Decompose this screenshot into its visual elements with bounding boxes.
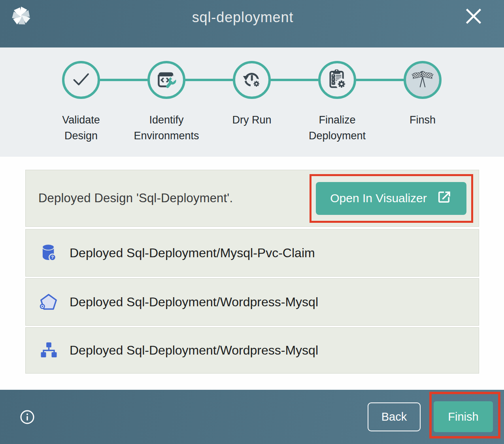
step-label: IdentifyEnvironments (134, 112, 199, 144)
checkered-flags-icon (410, 70, 436, 90)
database-icon: ? (39, 244, 59, 262)
step-validate-design: ValidateDesign (38, 47, 124, 144)
pentagon-icon (39, 292, 59, 312)
step-finish: Finsh (380, 47, 465, 144)
lan-tree-icon (39, 341, 59, 361)
database-question-badge: ? (51, 255, 54, 260)
step-circle-dry-run (233, 61, 271, 99)
code-window-wrench-icon (155, 68, 177, 92)
meshery-logo-icon (11, 6, 31, 26)
close-button[interactable] (465, 8, 482, 25)
step-label: Dry Run (232, 112, 271, 128)
deployment-stepper: ValidateDesign IdentifyEnvironments Dry … (0, 47, 504, 157)
finish-button[interactable]: Finish (434, 401, 493, 432)
dialog-header: sql-deployment (0, 0, 504, 47)
deployed-component-text: Deployed Sql-Deployment/Wordpress-Mysql (70, 295, 318, 309)
deployed-component-text: Deployed Sql-Deployment/Wordpress-Mysql (70, 343, 318, 358)
deployed-design-row: Deployed Design 'Sql-Deployment'. Open I… (25, 170, 479, 227)
dialog-footer: Back Finish (0, 390, 504, 444)
step-identify-environments: IdentifyEnvironments (124, 47, 209, 144)
deployed-component-row: ? Deployed Sql-Deployment/Mysql-Pvc-Clai… (25, 229, 479, 277)
step-finalize-deployment: FinalizeDeployment (294, 47, 380, 144)
deployed-component-row: Deployed Sql-Deployment/Wordpress-Mysql (25, 327, 479, 374)
deployed-design-text: Deployed Design 'Sql-Deployment'. (38, 191, 233, 205)
info-button[interactable] (19, 409, 34, 424)
deployed-component-row: Deployed Sql-Deployment/Wordpress-Mysql (25, 278, 479, 326)
step-dry-run: Dry Run (209, 47, 294, 144)
dry-run-clock-gear-icon (241, 68, 262, 91)
step-circle-identify-environments (147, 61, 185, 99)
step-circle-validate-design (62, 61, 100, 99)
close-icon (465, 20, 482, 26)
step-circle-finish (404, 61, 442, 99)
open-in-visualizer-button[interactable]: Open In Visualizer (316, 182, 466, 215)
check-icon (71, 69, 91, 91)
deployment-results: Deployed Design 'Sql-Deployment'. Open I… (0, 157, 504, 390)
step-label: ValidateDesign (62, 112, 100, 144)
clipboard-gear-icon (326, 68, 348, 92)
back-button[interactable]: Back (368, 402, 421, 431)
info-icon (19, 420, 35, 426)
open-in-new-icon (436, 189, 452, 208)
dialog-title: sql-deployment (192, 9, 294, 26)
step-circle-finalize-deployment (318, 61, 356, 99)
step-label: FinalizeDeployment (309, 112, 366, 144)
step-label: Finsh (410, 112, 436, 128)
deployed-component-text: Deployed Sql-Deployment/Mysql-Pvc-Claim (70, 246, 315, 260)
steps-row: ValidateDesign IdentifyEnvironments Dry … (38, 47, 465, 144)
